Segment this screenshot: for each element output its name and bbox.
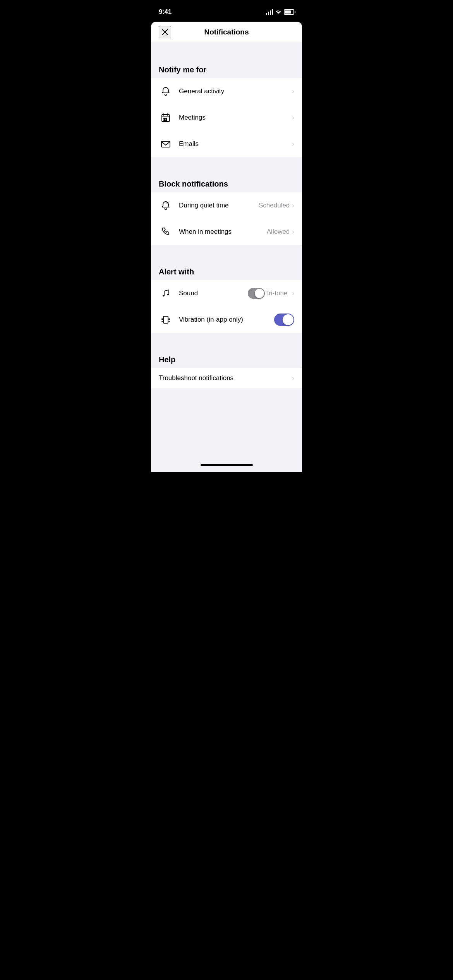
battery-icon xyxy=(284,9,294,15)
quiet-time-icon: z z xyxy=(159,199,173,212)
svg-rect-15 xyxy=(163,316,168,323)
meetings-label: Meetings xyxy=(179,114,292,122)
meetings-item[interactable]: Meetings › xyxy=(151,105,302,131)
general-activity-label: General activity xyxy=(179,87,292,95)
sound-right: Tri-tone › xyxy=(265,290,294,297)
svg-point-14 xyxy=(167,294,169,295)
status-time: 9:41 xyxy=(159,8,172,16)
sheet-header: Notifications xyxy=(151,22,302,43)
status-icons xyxy=(266,9,294,15)
home-indicator xyxy=(201,464,253,466)
quiet-time-value: Scheduled xyxy=(259,202,290,209)
signal-icon xyxy=(266,9,273,15)
notify-me-section-header: Notify me for xyxy=(151,57,302,78)
gap-2 xyxy=(151,157,302,171)
sound-item[interactable]: Sound Tri-tone › xyxy=(151,280,302,307)
gap-3 xyxy=(151,245,302,259)
chevron-icon: › xyxy=(292,114,294,122)
in-meetings-label: When in meetings xyxy=(179,228,267,236)
sound-value: Tri-tone xyxy=(265,290,287,297)
general-activity-item[interactable]: General activity › xyxy=(151,78,302,105)
sound-toggle[interactable] xyxy=(248,288,265,299)
troubleshoot-item[interactable]: Troubleshoot notifications › xyxy=(151,368,302,388)
gap-4 xyxy=(151,333,302,347)
svg-rect-8 xyxy=(164,120,165,121)
svg-rect-6 xyxy=(164,118,165,119)
calendar-icon xyxy=(159,111,173,125)
notification-settings-sheet: Notifications Notify me for General acti… xyxy=(151,22,302,472)
status-bar: 9:41 xyxy=(151,0,302,19)
gap-1 xyxy=(151,43,302,57)
troubleshoot-label: Troubleshoot notifications xyxy=(159,374,292,382)
svg-rect-9 xyxy=(166,120,167,121)
block-notifications-list: z z During quiet time Scheduled › When i… xyxy=(151,192,302,245)
vibration-toggle[interactable] xyxy=(274,314,294,326)
vibration-icon xyxy=(159,313,173,327)
home-indicator-area xyxy=(151,464,302,472)
svg-rect-10 xyxy=(161,141,170,147)
alert-with-section-header: Alert with xyxy=(151,259,302,280)
wifi-icon xyxy=(275,10,281,14)
chevron-icon: › xyxy=(292,374,294,382)
help-section-header: Help xyxy=(151,347,302,368)
music-icon xyxy=(159,286,173,300)
in-meetings-item[interactable]: When in meetings Allowed › xyxy=(151,219,302,245)
close-button[interactable] xyxy=(159,26,171,38)
phone-icon xyxy=(159,225,173,239)
block-notifications-section-header: Block notifications xyxy=(151,171,302,192)
email-icon xyxy=(159,137,173,151)
svg-rect-7 xyxy=(166,118,167,119)
vibration-label: Vibration (in-app only) xyxy=(179,316,274,324)
chevron-icon: › xyxy=(292,202,294,209)
chevron-icon: › xyxy=(292,290,294,297)
chevron-icon: › xyxy=(292,87,294,95)
sheet-title: Notifications xyxy=(204,28,249,36)
bell-icon xyxy=(159,84,173,98)
quiet-time-item[interactable]: z z During quiet time Scheduled › xyxy=(151,192,302,219)
bottom-spacer xyxy=(151,388,302,458)
sound-left: Sound xyxy=(159,286,265,300)
help-list: Troubleshoot notifications › xyxy=(151,368,302,388)
svg-text:z: z xyxy=(168,201,169,203)
chevron-icon: › xyxy=(292,228,294,236)
emails-item[interactable]: Emails › xyxy=(151,131,302,157)
chevron-icon: › xyxy=(292,140,294,148)
quiet-time-label: During quiet time xyxy=(179,202,259,209)
alert-with-list: Sound Tri-tone › xyxy=(151,280,302,333)
svg-point-13 xyxy=(163,295,164,296)
in-meetings-value: Allowed xyxy=(267,228,290,236)
sound-label: Sound xyxy=(179,290,243,297)
emails-label: Emails xyxy=(179,140,292,148)
notify-me-list: General activity › Meetin xyxy=(151,78,302,157)
vibration-item[interactable]: Vibration (in-app only) xyxy=(151,307,302,333)
